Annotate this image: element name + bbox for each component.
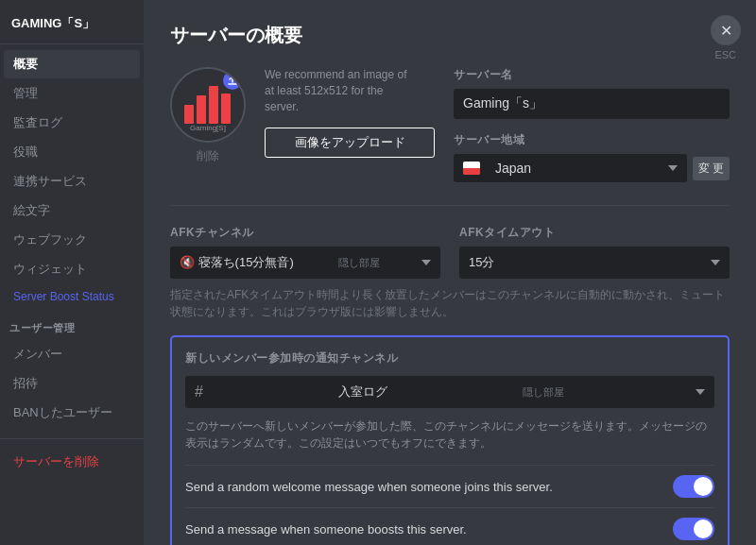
server-icon-area: Gaming[S] 削除 — [170, 67, 246, 164]
sidebar-item-delete-server[interactable]: サーバーを削除 — [4, 448, 140, 476]
toggle-boost-message[interactable] — [673, 518, 714, 540]
sidebar-item-roles[interactable]: 役職 — [4, 138, 140, 166]
afk-row: AFKチャンネル 🔇 寝落ち(15分無音) 隠し部屋 AFKタイムアウト 15分 — [170, 225, 730, 279]
upload-icon-overlay — [223, 71, 242, 90]
sidebar-item-emoji[interactable]: 絵文字 — [4, 196, 140, 225]
section-label-user-management: ユーザー管理 — [0, 310, 144, 339]
toggle-1-label: Send a random welcome message when someo… — [185, 480, 673, 494]
afk-channel-display: 🔇 寝落ち(15分無音) 隠し部屋 — [170, 247, 440, 279]
sidebar-item-banned[interactable]: BANしたユーザー — [4, 399, 140, 427]
svg-rect-3 — [221, 94, 231, 124]
toggle-welcome-message[interactable] — [673, 475, 714, 498]
delete-label: 削除 — [197, 148, 219, 164]
japan-flag-icon — [463, 162, 480, 175]
page-title: サーバーの概要 — [170, 23, 730, 48]
notif-channel-display: # 入室ログ 隠し部屋 — [185, 376, 714, 408]
afk-channel-muted: 隠し部屋 — [338, 256, 380, 270]
server-top-row: Gaming[S] 削除 We recommend an image of at… — [170, 67, 730, 182]
afk-timeout-select[interactable]: 15分 — [459, 247, 730, 279]
server-icon-wrapper: Gaming[S] — [170, 67, 246, 143]
notif-description: このサーバーへ新しいメンバーが参加した際、このチャンネルにメッセージを送ります。… — [185, 417, 714, 451]
svg-rect-2 — [209, 86, 218, 124]
afk-timeout-value: 15分 — [469, 254, 494, 271]
region-chevron-icon — [668, 165, 678, 171]
notification-channel-box: 新しいメンバー参加時の通知チャンネル # 入室ログ 隠し部屋 このサーバーへ新し… — [170, 335, 730, 545]
upload-hint: We recommend an image of at least 512x51… — [265, 67, 416, 114]
afk-timeout-display: 15分 — [459, 247, 730, 279]
afk-channel-select[interactable]: 🔇 寝落ち(15分無音) 隠し部屋 — [170, 247, 440, 279]
toggle-2-label: Send a message when someone boosts this … — [185, 522, 673, 536]
change-region-button[interactable]: 変 更 — [693, 157, 730, 180]
upload-button[interactable]: 画像をアップロード — [265, 128, 435, 158]
afk-channel-value: 🔇 寝落ち(15分無音) — [180, 254, 294, 271]
svg-rect-0 — [184, 105, 194, 124]
server-name-area: サーバー名 サーバー地域 Japan 変 更 — [454, 67, 730, 182]
sidebar-item-overview[interactable]: 概要 — [4, 50, 140, 78]
afk-help-text: 指定されたAFKタイムアウト時間より長く放置したメンバーはこのチャンネルに自動的… — [170, 286, 730, 320]
server-name-input[interactable] — [454, 89, 730, 119]
divider-1 — [170, 205, 730, 206]
afk-channel-label: AFKチャンネル — [170, 225, 440, 241]
region-label: サーバー地域 — [454, 132, 730, 148]
sidebar-item-widgets[interactable]: ウィジェット — [4, 255, 140, 283]
server-name: GAMING「S」 — [0, 8, 144, 44]
sidebar-item-boost-status[interactable]: Server Boost Status — [4, 284, 140, 309]
toggle-row-2: Send a message when someone boosts this … — [185, 507, 714, 545]
notif-channel-muted: 隠し部屋 — [523, 385, 564, 400]
afk-timeout-label: AFKタイムアウト — [459, 225, 730, 241]
sidebar: GAMING「S」 概要 管理 監査ログ 役職 連携サービス 絵文字 ウェブフッ… — [0, 0, 144, 545]
region-value: Japan — [495, 161, 661, 176]
sidebar-item-invites[interactable]: 招待 — [4, 369, 140, 398]
hashtag-icon: # — [195, 383, 203, 400]
afk-channel-chevron-icon — [421, 260, 431, 265]
notif-channel-chevron-icon — [696, 389, 705, 395]
afk-timeout-col: AFKタイムアウト 15分 — [459, 225, 730, 279]
sidebar-item-webhooks[interactable]: ウェブフック — [4, 226, 140, 254]
afk-timeout-chevron-icon — [711, 260, 720, 265]
svg-rect-1 — [197, 95, 206, 124]
notif-box-title: 新しいメンバー参加時の通知チャンネル — [185, 350, 714, 366]
svg-text:Gaming[S]: Gaming[S] — [190, 124, 226, 132]
esc-label: ESC — [714, 49, 736, 60]
main-content: サーバーの概要 ✕ ESC Gaming[S] — [144, 0, 756, 545]
server-name-label: サーバー名 — [454, 67, 730, 83]
notif-channel-select[interactable]: # 入室ログ 隠し部屋 — [185, 376, 714, 408]
server-icon: Gaming[S] — [172, 69, 244, 141]
close-button[interactable]: ✕ — [711, 15, 741, 45]
toggle-row-1: Send a random welcome message when someo… — [185, 465, 714, 507]
sidebar-item-management[interactable]: 管理 — [4, 79, 140, 108]
notif-channel-value: 入室ログ — [338, 383, 387, 400]
afk-channel-col: AFKチャンネル 🔇 寝落ち(15分無音) 隠し部屋 — [170, 225, 440, 279]
sidebar-item-integrations[interactable]: 連携サービス — [4, 167, 140, 196]
sidebar-item-audit-log[interactable]: 監査ログ — [4, 109, 140, 137]
region-row: サーバー地域 Japan 変 更 — [454, 132, 730, 182]
sidebar-item-members[interactable]: メンバー — [4, 340, 140, 368]
